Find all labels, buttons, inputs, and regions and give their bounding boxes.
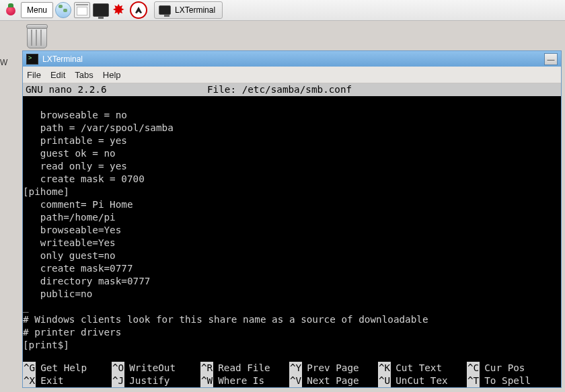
shortcut-label: Prev Page (307, 362, 359, 375)
shortcut-label: Cut Text (396, 362, 442, 375)
shortcut-key: ^W (200, 375, 213, 387)
nano-shortcut: ^WWhere Is (200, 375, 289, 387)
nano-shortcut: ^GGet Help (23, 362, 112, 375)
nano-shortcut-bar: ^GGet Help^OWriteOut^RRead File^YPrev Pa… (23, 362, 561, 387)
shortcut-label: To Spell (484, 375, 531, 387)
shortcut-label: Exit (40, 375, 63, 387)
terminal-launcher-icon[interactable] (92, 1, 110, 19)
nano-shortcut: ^JJustify (112, 375, 200, 387)
terminal-icon (26, 54, 38, 65)
burst-app-icon[interactable] (111, 1, 128, 19)
terminal-viewport[interactable]: GNU nano 2.2.6 File: /etc/samba/smb.conf… (23, 83, 561, 387)
shortcut-key: ^X (23, 375, 36, 387)
nano-shortcut: ^YPrev Page (289, 362, 378, 375)
shortcut-key: ^U (378, 375, 391, 387)
shortcut-label: Justify (129, 375, 170, 387)
menu-help[interactable]: Help (103, 70, 121, 80)
shortcut-label: WriteOut (129, 362, 176, 375)
taskbar-item-label: LXTerminal (175, 5, 215, 15)
shortcut-label: Cur Pos (484, 362, 525, 375)
wastebasket-icon[interactable] (26, 27, 48, 52)
shortcut-label: Where Is (218, 375, 264, 387)
nano-shortcut: ^OWriteOut (112, 362, 200, 375)
menu-tabs[interactable]: Tabs (75, 70, 93, 80)
shortcut-key: ^Y (289, 362, 302, 375)
shortcut-key: ^G (23, 362, 36, 375)
terminal-icon (159, 5, 171, 15)
nano-shortcut: ^KCut Text (378, 362, 467, 375)
shortcut-label: Get Help (40, 362, 87, 375)
wastebasket-label-partial: W (0, 58, 7, 67)
shortcut-key: ^C (467, 362, 480, 375)
menu-button[interactable]: Menu (21, 2, 53, 18)
nano-version: GNU nano 2.2.6 (23, 83, 207, 96)
shortcut-key: ^T (467, 375, 480, 387)
file-manager-icon[interactable] (73, 1, 91, 19)
shortcut-key: ^R (200, 362, 213, 375)
window-titlebar[interactable]: LXTerminal — (23, 51, 561, 67)
menu-file[interactable]: File (27, 70, 41, 80)
nano-shortcut: ^XExit (23, 375, 112, 387)
nano-shortcut: ^UUnCut Tex (378, 375, 467, 387)
minimize-button[interactable]: — (544, 53, 558, 65)
menu-edit[interactable]: Edit (50, 70, 65, 80)
window-title: LXTerminal (42, 54, 83, 64)
taskbar: Menu LXTerminal (0, 0, 565, 21)
shortcut-label: Next Page (307, 375, 359, 387)
nano-shortcut: ^TTo Spell (467, 375, 561, 387)
lxterminal-window: LXTerminal — File Edit Tabs Help GNU nan… (22, 50, 562, 388)
shortcut-key: ^K (378, 362, 391, 375)
nano-shortcut: ^CCur Pos (467, 362, 561, 375)
nano-editor-content[interactable]: browseable = no path = /var/spool/samba … (23, 96, 561, 352)
nano-header: GNU nano 2.2.6 File: /etc/samba/smb.conf (23, 83, 561, 96)
nano-shortcut: ^RRead File (200, 362, 289, 375)
shortcut-key: ^V (289, 375, 302, 387)
taskbar-item-lxterminal[interactable]: LXTerminal (154, 1, 223, 19)
web-browser-icon[interactable] (54, 1, 72, 19)
nano-shortcut: ^VNext Page (289, 375, 378, 387)
window-menubar: File Edit Tabs Help (23, 67, 561, 83)
shortcut-label: UnCut Tex (396, 375, 447, 387)
shortcut-key: ^O (112, 362, 124, 375)
raspberry-logo-icon[interactable] (2, 1, 20, 19)
wolfram-icon[interactable] (130, 1, 147, 19)
shortcut-key: ^J (112, 375, 124, 387)
shortcut-label: Read File (218, 362, 270, 375)
nano-filename: File: /etc/samba/smb.conf (207, 83, 561, 96)
